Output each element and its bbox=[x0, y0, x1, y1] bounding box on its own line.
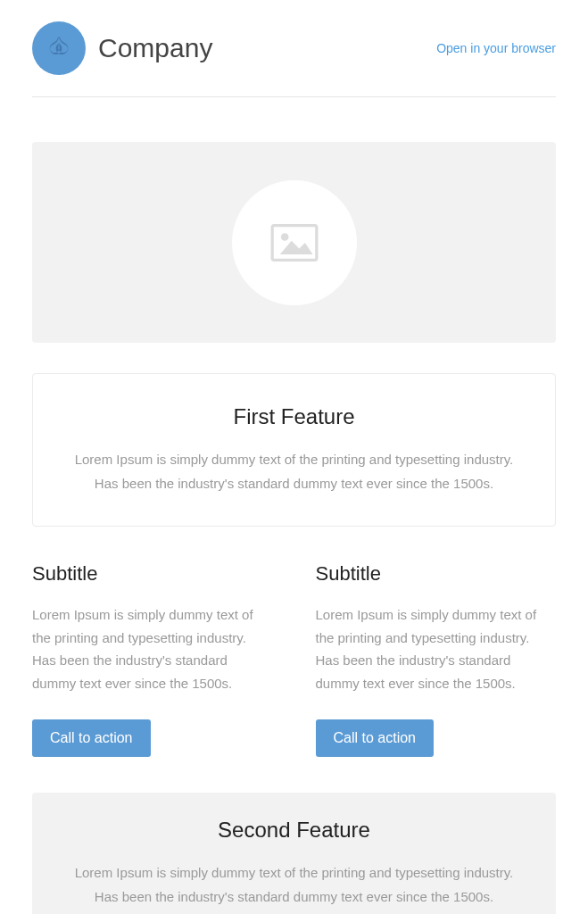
first-feature-card: First Feature Lorem Ipsum is simply dumm… bbox=[32, 373, 556, 527]
company-logo bbox=[32, 21, 86, 75]
first-feature-title: First Feature bbox=[69, 404, 519, 429]
column-right: Subtitle Lorem Ipsum is simply dummy tex… bbox=[316, 562, 557, 757]
first-feature-text: Lorem Ipsum is simply dummy text of the … bbox=[69, 447, 519, 495]
company-name: Company bbox=[98, 33, 212, 63]
svg-marker-3 bbox=[279, 240, 312, 253]
svg-rect-1 bbox=[272, 225, 317, 260]
hero-placeholder-circle bbox=[232, 180, 357, 305]
second-feature-card: Second Feature Lorem Ipsum is simply dum… bbox=[32, 793, 556, 914]
two-column-section: Subtitle Lorem Ipsum is simply dummy tex… bbox=[32, 562, 556, 757]
image-placeholder-icon bbox=[270, 223, 319, 262]
column-subtitle: Subtitle bbox=[316, 562, 557, 586]
second-feature-text: Lorem Ipsum is simply dummy text of the … bbox=[68, 860, 520, 909]
cta-button[interactable]: Call to action bbox=[316, 719, 435, 757]
column-text: Lorem Ipsum is simply dummy text of the … bbox=[32, 603, 273, 694]
second-feature-title: Second Feature bbox=[68, 818, 520, 843]
column-text: Lorem Ipsum is simply dummy text of the … bbox=[316, 603, 557, 694]
column-subtitle: Subtitle bbox=[32, 562, 273, 586]
rebel-icon bbox=[46, 35, 72, 62]
cta-button[interactable]: Call to action bbox=[32, 719, 151, 757]
hero-image-block bbox=[32, 142, 556, 343]
header: Company Open in your browser bbox=[32, 21, 556, 97]
open-in-browser-link[interactable]: Open in your browser bbox=[436, 41, 556, 55]
svg-point-2 bbox=[280, 233, 288, 241]
column-left: Subtitle Lorem Ipsum is simply dummy tex… bbox=[32, 562, 273, 757]
brand: Company bbox=[32, 21, 212, 75]
